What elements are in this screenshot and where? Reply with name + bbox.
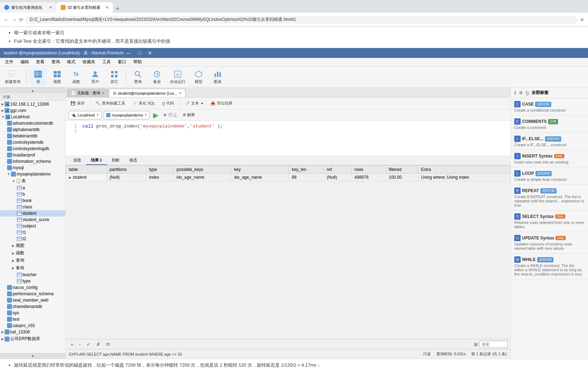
forward-icon[interactable]: →	[11, 17, 17, 23]
browser-tab-2[interactable]: 02 索引从零到精通 ✕	[56, 2, 113, 13]
sidebar-scroll-up[interactable]: ▲	[0, 88, 65, 93]
query-tab-2[interactable]: ▦ student@mysqexplaindemo (Loc... ✕	[109, 89, 186, 97]
new-tab-button[interactable]: +	[113, 5, 122, 13]
query-tab-1[interactable]: 📄 无标题 - 查询 ✕	[67, 89, 108, 97]
user-button[interactable]: 用户	[86, 68, 104, 86]
snippet-loop[interactable]: L LOOP 流程控制 Create a simple loop constru…	[511, 167, 588, 185]
sidebar-item-teacher[interactable]: teacher	[0, 272, 65, 278]
refresh-icon[interactable]: ⟳	[19, 17, 23, 23]
backup-button[interactable]: 备份	[148, 68, 166, 86]
function-button[interactable]: fx 函数	[67, 68, 85, 86]
query-button[interactable]: 查询	[129, 68, 147, 86]
sidebar-item-db-info[interactable]: information_schema	[0, 158, 65, 165]
sidebar-item-tbl-student-score[interactable]: student_score	[0, 216, 65, 223]
sidebar-item-fx-group[interactable]: ▶ 函数	[0, 249, 65, 257]
bookmark-icon[interactable]: ★	[580, 16, 584, 23]
sidebar-item-tbl-class[interactable]: class	[0, 204, 65, 210]
sql-line-1[interactable]: 1 call proc_drop_index('mysqexplaindemo'…	[68, 124, 508, 129]
confirm-row-button[interactable]: ✓	[84, 341, 93, 348]
browser-tab-1[interactable]: 索引化与查询优化 ✕	[0, 2, 56, 13]
sidebar-item-db-huadian[interactable]: huadianprof	[0, 152, 65, 158]
connection-select[interactable]: 🔌 LocalHost ▼	[68, 111, 102, 119]
add-row-button[interactable]: +	[68, 341, 75, 348]
sidebar-item-lud[interactable]: ▶ lud_13306	[0, 329, 65, 335]
sidebar-item-db-myexplain[interactable]: ▼ mysqexplaindemo	[0, 171, 65, 177]
sidebar-item-perf[interactable]: performance_schema	[0, 291, 65, 297]
sidebar-item-tables-group[interactable]: ▼ 📋 表	[0, 177, 65, 185]
sidebar-item-test[interactable]: test	[0, 316, 65, 322]
sidebar-item-uavpro[interactable]: uavpro_c55	[0, 322, 65, 329]
result-tab-status[interactable]: 状态	[125, 156, 142, 165]
chart-button[interactable]: 图表	[209, 68, 226, 86]
autorun-button[interactable]: ⚙ 自动运行	[167, 68, 188, 86]
table-row[interactable]: ▶ student (Null) index idx_age_name idx_…	[66, 174, 510, 181]
snippet-ifelse[interactable]: I IF...ELSE... 流程控制 Create a IF...ELSE..…	[511, 133, 588, 150]
snippet-while[interactable]: W WHILE 流程控制 Create a WHILE construct. T…	[511, 254, 588, 279]
minimize-button[interactable]: —	[124, 50, 133, 56]
run-button[interactable]: ▶	[152, 111, 160, 119]
tab2-close[interactable]: ✕	[105, 5, 109, 10]
sidebar-item-localhost[interactable]: ▼ 🔌 LocalHost	[0, 114, 65, 120]
sidebar-item-db-control[interactable]: controlsystemdb	[0, 139, 65, 146]
snippet-update[interactable]: U UPDATE Syntax DML Updates columns of e…	[511, 232, 588, 254]
menu-edit[interactable]: 编辑	[17, 58, 32, 66]
menu-view[interactable]: 查看	[32, 58, 48, 66]
export-button[interactable]: 📤 导出结果	[208, 100, 235, 107]
menu-help[interactable]: 帮助	[130, 58, 145, 66]
snippet-repeat[interactable]: R REPEAT 流程控制 Create A REPEAT construct.…	[511, 185, 588, 210]
search-input[interactable]	[479, 341, 508, 348]
sidebar-item-nacos[interactable]: nacos_config	[0, 284, 65, 291]
sidebar-item-sys[interactable]: sys	[0, 310, 65, 316]
snippet-select[interactable]: S SELECT Syntax DML Retrieve rows select…	[511, 210, 588, 232]
grid-view-icon[interactable]: ⊞	[474, 342, 478, 347]
database-select[interactable]: mysqexplaindemo ▼	[104, 111, 150, 119]
sidebar-item-tbl-subject[interactable]: subject	[0, 223, 65, 229]
refresh-row-button[interactable]: ⟳	[104, 341, 113, 348]
sidebar-item-db-advanced[interactable]: advancedcustomerdb	[0, 120, 65, 126]
stop-button[interactable]: ■ 停止	[162, 112, 179, 118]
maximize-button[interactable]: □	[136, 50, 143, 56]
menu-tools[interactable]: 工具	[99, 58, 114, 66]
save-button[interactable]: 💾 保存	[68, 100, 87, 107]
sidebar-item-conn2[interactable]: ▶ 🔌 ggz.com	[0, 107, 65, 114]
sidebar-item-type[interactable]: type	[0, 278, 65, 284]
sidebar-item-db-alpha[interactable]: alphatenantdb	[0, 126, 65, 133]
explain-button[interactable]: ⚙ 解释	[181, 112, 196, 118]
back-icon[interactable]: ←	[4, 17, 9, 23]
sidebar-item-tbl-b[interactable]: b	[0, 191, 65, 197]
tab1-close[interactable]: ✕	[49, 5, 52, 10]
table-button[interactable]: 表	[29, 68, 47, 86]
beautify-button[interactable]: ✨ 美化 SQL	[129, 100, 158, 107]
other-button[interactable]: 其它	[105, 68, 123, 86]
menu-format[interactable]: 格式	[63, 58, 79, 66]
address-input[interactable]	[25, 16, 577, 24]
result-tab-result1[interactable]: 结果 1	[86, 156, 107, 165]
sidebar-item-shared[interactable]: sharedtenantdb	[0, 303, 65, 310]
text-button[interactable]: 📝 文本 ▼	[182, 100, 206, 107]
sidebar-scroll-down[interactable]: ▼	[0, 353, 65, 359]
menu-file[interactable]: 文件	[1, 58, 17, 66]
result-tab-info[interactable]: 信息	[68, 156, 86, 165]
sidebar-item-tbl-book[interactable]: book	[0, 197, 65, 204]
sidebar-item-db-mysql[interactable]: mysql	[0, 165, 65, 171]
sidebar-item-tbl-student[interactable]: student	[0, 210, 65, 216]
menu-query[interactable]: 查询	[48, 58, 63, 66]
qtab1-close[interactable]: ✕	[102, 91, 104, 95]
sidebar-item-tbl-t1[interactable]: t1	[0, 229, 65, 236]
sidebar-item-erp[interactable]: ▶ 公司ERP数据库	[0, 335, 65, 343]
snippet-insert[interactable]: I INSERT Syntax DML Insert new rows into…	[511, 150, 588, 167]
new-query-button[interactable]: + 新建查询	[2, 68, 23, 86]
snippet-case[interactable]: C CASE 流程控制 Create a conditional constru…	[511, 98, 588, 115]
sidebar-item-tbl-a[interactable]: a	[0, 185, 65, 191]
sidebar-item-conn1[interactable]: ▶ 🔌 192.168.1.12_13306	[0, 101, 65, 107]
menu-window[interactable]: 窗口	[114, 58, 130, 66]
sql-editor[interactable]: 1 call proc_drop_index('mysqexplaindemo'…	[66, 121, 510, 156]
menu-favorites[interactable]: 收藏夹	[79, 58, 99, 66]
result-tab-profile[interactable]: 剖析	[107, 156, 125, 165]
build-tool-button[interactable]: 🔧 查询创建工具	[93, 100, 128, 107]
settings-icon[interactable]: ⚙	[519, 90, 523, 95]
sidebar-item-db-controllog[interactable]: controlsystemlogdb	[0, 146, 65, 152]
code-button[interactable]: {} 代码	[159, 100, 177, 107]
model-button[interactable]: 模型	[190, 68, 207, 86]
cancel-row-button[interactable]: ✗	[94, 341, 103, 348]
